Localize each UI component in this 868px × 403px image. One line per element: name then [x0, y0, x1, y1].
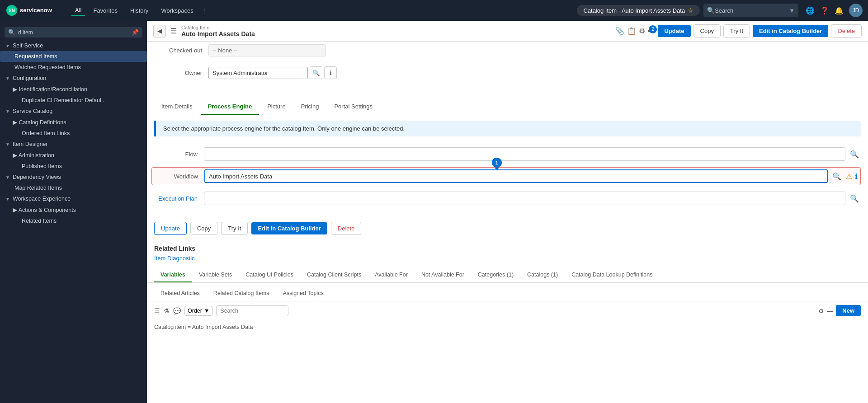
execution-plan-link[interactable]: Execution Plan [158, 195, 198, 202]
sidebar-group-workspace-experience[interactable]: ▼ Workspace Experience [0, 193, 147, 204]
execution-plan-search-button[interactable]: 🔍 [848, 193, 861, 204]
sidebar-group-item-designer[interactable]: ▼ Item Designer [0, 139, 147, 150]
action-update-button[interactable]: Update [154, 222, 187, 235]
bell-icon[interactable]: 🔔 [835, 6, 844, 15]
sidebar-search-input[interactable] [18, 29, 129, 36]
btab-catalog-ui-policies[interactable]: Catalog UI Policies [239, 268, 300, 282]
tab-process-engine[interactable]: Process Engine [201, 99, 259, 115]
menu-button[interactable]: ☰ [170, 27, 177, 35]
template-icon[interactable]: 📋 [627, 27, 636, 35]
checked-out-input[interactable] [208, 44, 326, 56]
globe-icon[interactable]: 🌐 [806, 6, 815, 15]
sidebar-item-map-related-items[interactable]: Map Related Items [0, 183, 147, 193]
action-copy-button[interactable]: Copy [190, 222, 217, 235]
vars-gear-icon[interactable]: ⚙ [818, 307, 824, 314]
search-icon: 🔍 [707, 7, 715, 14]
checked-out-label: Checked out [154, 47, 208, 54]
sidebar-group-service-catalog[interactable]: ▼ Service Catalog [0, 106, 147, 117]
sidebar-search[interactable]: 🔍 📌 [5, 27, 142, 37]
owner-info-button[interactable]: ℹ [324, 66, 337, 79]
action-try-it-button[interactable]: Try It [221, 222, 248, 235]
sidebar-item-ordered-item-links[interactable]: Ordered Item Links [0, 128, 147, 139]
owner-value: 🔍 ℹ [208, 66, 861, 79]
global-search-bar[interactable]: 🔍 ▼ [703, 4, 798, 17]
workflow-warning-button[interactable]: ⚠ [846, 172, 852, 181]
search-dropdown-icon[interactable]: ▼ [789, 7, 795, 14]
history-nav-button[interactable]: History [126, 5, 153, 16]
sidebar-pin-icon[interactable]: 📌 [132, 29, 139, 36]
sidebar-item-id-reconciliation[interactable]: ▶ Identification/Reconciliation [0, 84, 147, 95]
btab-related-catalog-items[interactable]: Related Catalog Items [207, 286, 276, 301]
owner-search-button[interactable]: 🔍 [310, 66, 322, 79]
tab-pricing[interactable]: Pricing [294, 99, 326, 115]
flow-input[interactable] [204, 147, 845, 161]
order-select[interactable]: Order ▼ [184, 306, 212, 316]
sidebar-item-administration[interactable]: ▶ Administration [0, 150, 147, 161]
star-icon[interactable]: ☆ [688, 7, 693, 14]
sidebar-item-related-items[interactable]: Related Items [0, 216, 147, 226]
tab-item-details[interactable]: Item Details [154, 99, 200, 115]
sidebar-item-actions-components[interactable]: ▶ Actions & Components [0, 204, 147, 216]
btab-catalog-data-lookup[interactable]: Catalog Data Lookup Definitions [565, 268, 659, 282]
sidebar-group-label: Configuration [13, 75, 46, 81]
avatar[interactable]: JD [849, 4, 863, 17]
btab-categories[interactable]: Categories (1) [472, 268, 520, 282]
back-button[interactable]: ◀ [153, 25, 166, 37]
workflow-info-button[interactable]: ℹ [855, 172, 858, 181]
sidebar-group-self-service[interactable]: ▼ Self-Service [0, 40, 147, 51]
all-nav-button[interactable]: All [71, 5, 85, 16]
vars-minus-icon[interactable]: — [827, 307, 833, 314]
execution-plan-input-wrap: 🔍 [204, 192, 861, 205]
chat-icon[interactable]: 💬 [173, 307, 181, 314]
vars-new-button[interactable]: New [836, 305, 861, 316]
search-input[interactable] [715, 7, 787, 14]
try-it-button[interactable]: Try It [723, 24, 750, 37]
btab-available-for[interactable]: Available For [368, 268, 414, 282]
sidebar-item-requested-items[interactable]: Requested Items [0, 51, 147, 62]
action-catalog-builder-button[interactable]: Edit in Catalog Builder [251, 222, 327, 234]
list-view-icon[interactable]: ☰ [154, 307, 160, 314]
copy-button[interactable]: Copy [693, 24, 721, 37]
btab-catalogs[interactable]: Catalogs (1) [521, 268, 564, 282]
workflow-input[interactable] [204, 169, 828, 183]
record-title: Auto Import Assets Data [181, 30, 611, 37]
tab-portal-settings[interactable]: Portal Settings [327, 99, 380, 115]
sidebar-item-published-items[interactable]: Published Items [0, 161, 147, 172]
filter-icon[interactable]: ⚗ [164, 307, 170, 314]
variables-toolbar: ☰ ⚗ 💬 Order ▼ ⚙ — New [147, 301, 868, 320]
attachment-icon[interactable]: 📎 [615, 27, 624, 35]
settings-icon[interactable]: ⚙ [639, 27, 645, 35]
favorites-nav-button[interactable]: Favorites [89, 5, 122, 16]
item-diagnostic-link[interactable]: Item Diagnostic [154, 255, 195, 262]
btab-catalog-client-scripts[interactable]: Catalog Client Scripts [301, 268, 368, 282]
sidebar-item-dup-ci[interactable]: Duplicate CI Remediator Defaul... [0, 95, 147, 106]
logo[interactable]: SN servicenow [5, 4, 64, 17]
sidebar-item-catalog-definitions[interactable]: ▶ Catalog Definitions [0, 117, 147, 128]
edit-catalog-builder-button[interactable]: Edit in Catalog Builder [753, 25, 828, 37]
help-icon[interactable]: ❓ [820, 6, 829, 15]
delete-button[interactable]: Delete [831, 24, 862, 37]
workspaces-nav-button[interactable]: Workspaces [156, 5, 198, 16]
page-title-pill[interactable]: Catalog Item - Auto Import Assets Data ☆ [577, 5, 700, 16]
sidebar-item-watched-requested-items[interactable]: Watched Requested Items [0, 62, 147, 73]
tab-picture[interactable]: Picture [260, 99, 292, 115]
workflow-label: Workflow [155, 173, 204, 180]
btab-not-available-for[interactable]: Not Available For [415, 268, 471, 282]
execution-plan-input[interactable] [204, 192, 845, 205]
flow-search-button[interactable]: 🔍 [848, 149, 861, 159]
btab-variable-sets[interactable]: Variable Sets [193, 268, 238, 282]
btab-variables[interactable]: Variables [154, 268, 192, 282]
filter-text: Catalog item = Auto Import Assets Data [154, 324, 253, 330]
sidebar-group-dependency-views[interactable]: ▼ Dependency Views [0, 172, 147, 183]
update-button[interactable]: Update [658, 25, 690, 37]
sidebar-group-configuration[interactable]: ▼ Configuration [0, 73, 147, 84]
btab-assigned-topics[interactable]: Assigned Topics [277, 286, 330, 301]
chevron-right-icon: ▶ [13, 207, 17, 213]
chevron-down-icon: ▼ [5, 197, 10, 202]
owner-input[interactable] [208, 67, 308, 79]
action-delete-button[interactable]: Delete [331, 222, 362, 235]
btab-related-articles[interactable]: Related Articles [154, 286, 206, 301]
vars-search-input[interactable] [216, 305, 288, 316]
workflow-search-button[interactable]: 🔍 [830, 171, 843, 182]
svg-text:servicenow: servicenow [20, 7, 52, 14]
